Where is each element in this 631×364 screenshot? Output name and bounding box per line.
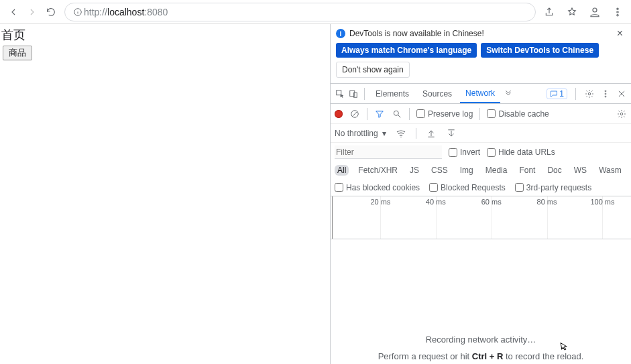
dont-show-again-button[interactable]: Don't show again <box>336 62 410 78</box>
empty-hint: Perform a request or hit Ctrl + R to rec… <box>378 351 584 361</box>
network-toolbar: Preserve log Disable cache <box>331 104 631 124</box>
type-ws[interactable]: WS <box>571 165 589 176</box>
third-party-checkbox[interactable]: 3rd-party requests <box>515 183 591 192</box>
issues-count: 1 <box>559 89 564 99</box>
invert-checkbox[interactable]: Invert <box>449 147 480 157</box>
inspect-element-icon[interactable] <box>335 88 345 99</box>
forward-button[interactable] <box>23 3 42 21</box>
devtools-tabs: Elements Sources Network 1 <box>331 84 631 104</box>
network-empty-state: Recording network activity… Perform a re… <box>331 239 631 364</box>
record-button[interactable] <box>335 110 343 118</box>
devtools-panel: i DevTools is now available in Chinese! … <box>330 24 631 364</box>
product-button[interactable]: 商品 <box>3 46 32 60</box>
timeline-tick: 20 ms <box>370 198 390 206</box>
svg-point-11 <box>605 90 606 91</box>
type-img[interactable]: Img <box>457 165 476 176</box>
disable-cache-checkbox[interactable]: Disable cache <box>487 109 549 119</box>
network-conditions-wifi-icon[interactable] <box>396 128 406 139</box>
type-js[interactable]: JS <box>407 165 422 176</box>
device-toggle-icon[interactable] <box>348 88 359 99</box>
type-doc[interactable]: Doc <box>544 165 564 176</box>
export-har-icon[interactable] <box>446 128 457 139</box>
search-icon[interactable] <box>392 109 402 119</box>
preserve-log-checkbox[interactable]: Preserve log <box>416 109 473 119</box>
filter-row: Invert Hide data URLs <box>331 143 631 162</box>
reload-button[interactable] <box>42 3 60 21</box>
issues-badge[interactable]: 1 <box>547 88 567 99</box>
infobar-message: DevTools is now available in Chinese! <box>349 29 484 38</box>
empty-title: Recording network activity… <box>426 335 536 345</box>
svg-point-16 <box>394 111 398 115</box>
timeline-tick: 80 ms <box>537 198 557 206</box>
svg-point-3 <box>593 8 597 12</box>
more-tabs-icon[interactable] <box>503 88 514 99</box>
page-heading: 首页 <box>0 24 329 44</box>
settings-gear-icon[interactable] <box>584 88 595 99</box>
network-settings-gear-icon[interactable] <box>616 109 627 119</box>
throttling-row: No throttling ▾ <box>331 124 631 143</box>
type-media[interactable]: Media <box>483 165 510 176</box>
extra-filters-row: Has blocked cookies Blocked Requests 3rd… <box>331 179 631 196</box>
timeline-tick: 40 ms <box>426 198 446 206</box>
resource-type-filters: All Fetch/XHR JS CSS Img Media Font Doc … <box>331 162 631 179</box>
devtools-menu-icon[interactable] <box>600 88 611 99</box>
devtools-close-icon[interactable] <box>616 88 627 99</box>
back-button[interactable] <box>4 3 23 21</box>
filter-input[interactable] <box>335 145 442 159</box>
browser-toolbar: http://localhost:8080 <box>0 0 631 24</box>
svg-point-5 <box>617 11 618 12</box>
always-match-language-button[interactable]: Always match Chrome's language <box>336 43 477 58</box>
switch-language-button[interactable]: Switch DevTools to Chinese <box>481 43 599 58</box>
page-content: 首页 商品 <box>0 24 329 364</box>
chrome-menu-icon[interactable] <box>608 3 627 21</box>
address-bar[interactable]: http://localhost:8080 <box>64 3 536 21</box>
filter-icon[interactable] <box>374 109 385 119</box>
type-css[interactable]: CSS <box>428 165 451 176</box>
devtools-infobar: i DevTools is now available in Chinese! … <box>331 24 631 84</box>
type-wasm[interactable]: Wasm <box>596 165 624 176</box>
info-icon: i <box>336 29 345 38</box>
import-har-icon[interactable] <box>426 128 437 139</box>
type-fetch-xhr[interactable]: Fetch/XHR <box>355 165 400 176</box>
svg-point-10 <box>588 93 591 95</box>
share-icon[interactable] <box>540 3 559 21</box>
address-text: http://localhost:8080 <box>84 7 168 17</box>
hide-data-urls-checkbox[interactable]: Hide data URLs <box>487 147 555 157</box>
clear-icon[interactable] <box>349 109 360 119</box>
tab-elements[interactable]: Elements <box>370 84 414 103</box>
site-info-icon[interactable] <box>72 6 84 18</box>
svg-point-13 <box>605 96 606 97</box>
svg-point-18 <box>620 113 623 115</box>
tab-network[interactable]: Network <box>460 84 500 103</box>
has-blocked-cookies-checkbox[interactable]: Has blocked cookies <box>335 183 420 192</box>
blocked-requests-checkbox[interactable]: Blocked Requests <box>429 183 506 192</box>
type-font[interactable]: Font <box>516 165 538 176</box>
throttling-select[interactable]: No throttling ▾ <box>335 129 386 138</box>
network-timeline[interactable]: 20 ms 40 ms 60 ms 80 ms 100 ms <box>331 196 631 239</box>
profile-avatar-icon[interactable] <box>585 3 604 21</box>
svg-point-4 <box>617 8 618 9</box>
tab-sources[interactable]: Sources <box>417 84 457 103</box>
svg-line-17 <box>398 115 401 117</box>
type-all[interactable]: All <box>335 165 349 176</box>
svg-point-12 <box>605 93 606 95</box>
cursor-icon <box>559 339 571 355</box>
bookmark-star-icon[interactable] <box>563 3 581 21</box>
timeline-tick: 60 ms <box>481 198 502 206</box>
svg-point-6 <box>617 14 618 15</box>
infobar-close-icon[interactable]: × <box>614 28 626 39</box>
svg-rect-9 <box>354 93 357 97</box>
svg-line-15 <box>352 111 357 116</box>
timeline-tick: 100 ms <box>590 198 614 206</box>
svg-point-19 <box>401 136 402 137</box>
